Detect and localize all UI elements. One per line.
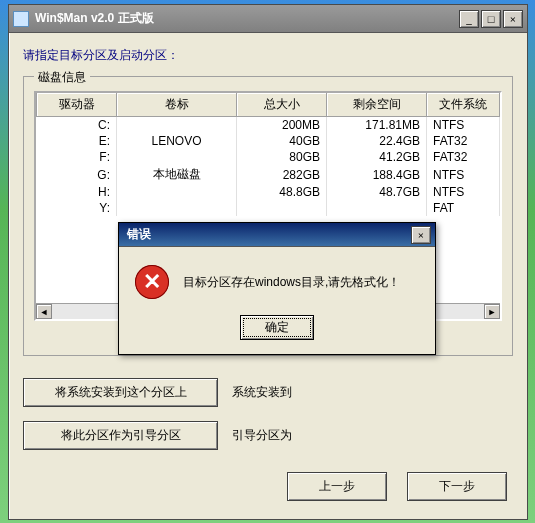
error-footer: 确定 [119,309,435,354]
boot-label: 引导分区为 [232,427,292,444]
error-titlebar: 错误 × [119,223,435,247]
instruction-text: 请指定目标分区及启动分区： [23,47,513,64]
col-size[interactable]: 总大小 [237,93,327,117]
error-message: 目标分区存在windows目录,请先格式化！ [183,274,400,291]
nav-row: 上一步 下一步 [23,472,513,501]
table-row[interactable]: E: LENOVO 40GB 22.4GB FAT32 [37,133,500,149]
boot-row: 将此分区作为引导分区 引导分区为 [23,421,513,450]
col-label[interactable]: 卷标 [117,93,237,117]
close-button[interactable]: × [503,10,523,28]
install-label: 系统安装到 [232,384,292,401]
col-free[interactable]: 剩余空间 [327,93,427,117]
table-row[interactable]: G: 本地磁盘 282GB 188.4GB NTFS [37,165,500,184]
table-row[interactable]: C: 200MB 171.81MB NTFS [37,117,500,134]
next-button[interactable]: 下一步 [407,472,507,501]
scroll-right-icon[interactable]: ► [484,304,500,319]
error-title: 错误 [127,226,409,243]
error-body: ✕ 目标分区存在windows目录,请先格式化！ [119,247,435,309]
scroll-left-icon[interactable]: ◄ [36,304,52,319]
main-titlebar: Win$Man v2.0 正式版 _ □ × [9,5,527,33]
table-row[interactable]: Y: FAT [37,200,500,216]
prev-button[interactable]: 上一步 [287,472,387,501]
col-fs[interactable]: 文件系统 [427,93,500,117]
disk-table[interactable]: 驱动器 卷标 总大小 剩余空间 文件系统 C: 200MB 171.81MB [36,93,500,216]
table-row[interactable]: H: 48.8GB 48.7GB NTFS [37,184,500,200]
ok-button[interactable]: 确定 [240,315,314,340]
boot-from-button[interactable]: 将此分区作为引导分区 [23,421,218,450]
group-legend: 磁盘信息 [34,69,90,86]
install-row: 将系统安装到这个分区上 系统安装到 [23,378,513,407]
error-close-button[interactable]: × [411,226,431,244]
error-icon: ✕ [135,265,169,299]
error-dialog: 错误 × ✕ 目标分区存在windows目录,请先格式化！ 确定 [118,222,436,355]
window-title: Win$Man v2.0 正式版 [35,10,457,27]
maximize-button[interactable]: □ [481,10,501,28]
table-header-row: 驱动器 卷标 总大小 剩余空间 文件系统 [37,93,500,117]
install-to-button[interactable]: 将系统安装到这个分区上 [23,378,218,407]
app-icon [13,11,29,27]
col-drive[interactable]: 驱动器 [37,93,117,117]
table-row[interactable]: F: 80GB 41.2GB FAT32 [37,149,500,165]
minimize-button[interactable]: _ [459,10,479,28]
